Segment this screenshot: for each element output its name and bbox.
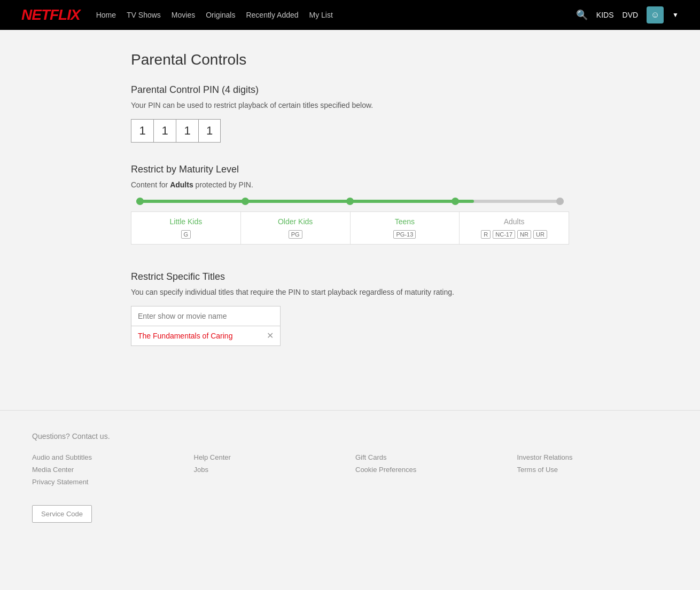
nav-tv-shows[interactable]: TV Shows [127,10,161,20]
footer-link-cookie-preferences[interactable]: Cookie Preferences [355,466,507,474]
maturity-section: Restrict by Maturity Level Content for A… [131,164,569,245]
pin-section-heading: Parental Control PIN (4 digits) [131,84,569,96]
service-code-button[interactable]: Service Code [32,505,92,523]
footer-link-audio-subtitles[interactable]: Audio and Subtitles [32,453,183,461]
footer-link-privacy-statement[interactable]: Privacy Statement [32,478,183,486]
slider-dot-2[interactable] [242,198,249,205]
remove-title-button[interactable]: ✕ [267,332,274,340]
nav-home[interactable]: Home [96,10,116,20]
footer-link-terms-of-use[interactable]: Terms of Use [517,466,668,474]
maturity-labels: Little Kids G Older Kids PG Teens PG-13 … [131,211,569,245]
adults-badges: R NC-17 NR UR [463,230,565,239]
maturity-col-little-kids: Little Kids G [131,211,240,245]
footer-link-jobs[interactable]: Jobs [194,466,345,474]
rating-pg13: PG-13 [393,230,416,239]
pin-container [131,119,569,143]
netflix-logo[interactable]: NETFLIX [21,6,80,23]
rating-nr: NR [517,230,531,239]
footer-link-help-center[interactable]: Help Center [194,453,345,461]
older-kids-badges: PG [244,230,347,239]
maturity-slider[interactable] [131,200,569,203]
pin-digit-1[interactable] [131,119,153,143]
search-icon[interactable]: 🔍 [576,9,588,21]
restricted-title-row: The Fundamentals of Caring ✕ [131,326,281,346]
maturity-desc: Content for Adults protected by PIN. [131,180,569,189]
pin-section-desc: Your PIN can be used to restrict playbac… [131,101,569,109]
maturity-section-heading: Restrict by Maturity Level [131,164,569,175]
main-content: Parental Controls Parental Control PIN (… [120,30,580,399]
header: NETFLIX Home TV Shows Movies Originals R… [0,0,700,30]
maturity-col-adults: Adults R NC-17 NR UR [459,211,569,245]
footer-link-investor-relations[interactable]: Investor Relations [517,453,668,461]
restrict-titles-desc: You can specify individual titles that r… [131,288,569,296]
footer-link-media-center[interactable]: Media Center [32,466,183,474]
nav-links: Home TV Shows Movies Originals Recently … [96,10,576,20]
footer-links-grid: Audio and Subtitles Help Center Gift Car… [32,453,668,486]
dvd-link[interactable]: DVD [623,11,639,19]
restrict-titles-heading: Restrict Specific Titles [131,271,569,282]
pin-section: Parental Control PIN (4 digits) Your PIN… [131,84,569,143]
rating-r: R [481,230,491,239]
teens-badges: PG-13 [354,230,456,239]
avatar-button[interactable]: ☺ [647,6,664,23]
teens-label: Teens [354,217,456,226]
nav-originals[interactable]: Originals [206,10,235,20]
older-kids-label: Older Kids [244,217,347,226]
footer-link-gift-cards[interactable]: Gift Cards [355,453,507,461]
restrict-section: Restrict Specific Titles You can specify… [131,271,569,346]
nav-my-list[interactable]: My List [309,10,333,20]
pin-digit-2[interactable] [153,119,176,143]
rating-nc17: NC-17 [493,230,515,239]
title-search-input[interactable] [131,306,281,326]
maturity-col-older-kids: Older Kids PG [240,211,350,245]
kids-link[interactable]: KIDS [596,11,614,19]
slider-dot-5[interactable] [556,198,564,205]
account-dropdown-arrow[interactable]: ▼ [672,11,679,19]
slider-dot-3[interactable] [346,198,354,205]
page-title: Parental Controls [131,51,569,68]
slider-dot-1[interactable] [136,198,144,205]
little-kids-label: Little Kids [135,217,237,226]
footer: Questions? Contact us. Audio and Subtitl… [0,410,700,539]
avatar-icon: ☺ [651,10,659,20]
rating-pg: PG [289,230,302,239]
pin-digit-4[interactable] [198,119,221,143]
header-right: 🔍 KIDS DVD ☺ ▼ [576,6,679,23]
pin-digit-3[interactable] [176,119,198,143]
slider-dot-4[interactable] [452,198,459,205]
slider-dots [136,198,564,205]
restricted-title-text: The Fundamentals of Caring [138,332,267,340]
footer-contact: Questions? Contact us. [32,432,668,440]
nav-recently-added[interactable]: Recently Added [246,10,298,20]
rating-g: G [181,230,191,239]
slider-track [136,200,564,203]
nav-movies[interactable]: Movies [172,10,195,20]
rating-ur: UR [533,230,547,239]
little-kids-badges: G [135,230,237,239]
maturity-col-teens: Teens PG-13 [350,211,460,245]
adults-label: Adults [463,217,565,226]
